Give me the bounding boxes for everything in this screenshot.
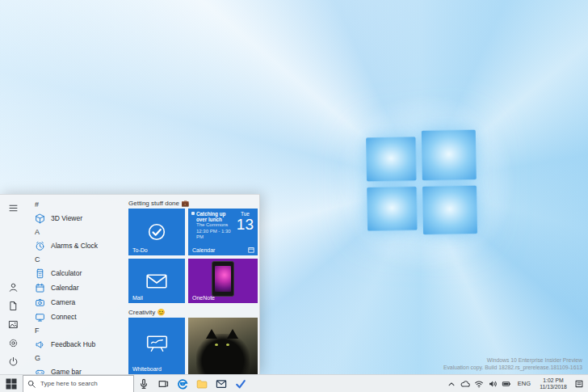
- tile-area: Getting stuff done 💼 To-Do Catching up o…: [124, 195, 259, 374]
- calendar-date: Tue 13: [237, 211, 254, 232]
- calendar-icon: [35, 283, 45, 293]
- app-item-game-bar[interactable]: Game bar: [27, 365, 124, 374]
- clock[interactable]: 1:02 PM 11/13/2018: [535, 377, 572, 390]
- mail-tile[interactable]: Mail: [128, 259, 185, 303]
- windows-logo: [364, 129, 479, 237]
- app-list: # 3D Viewer A Alarms & Clock C Calculato…: [27, 195, 124, 374]
- search-icon: [27, 380, 36, 388]
- pictures-icon: [8, 319, 19, 330]
- taskbar: ENG 1:02 PM 11/13/2018: [0, 374, 588, 392]
- speaker-icon: [488, 379, 498, 389]
- app-item-calendar[interactable]: Calendar: [27, 280, 124, 295]
- app-item-alarms-clock[interactable]: Alarms & Clock: [27, 238, 124, 253]
- network-tray-button[interactable]: [472, 375, 486, 392]
- watermark-line1: Windows 10 Enterprise Insider Preview: [443, 356, 582, 364]
- action-center-icon: [574, 379, 584, 389]
- action-center-button[interactable]: [572, 375, 586, 392]
- task-view-icon: [158, 378, 169, 390]
- wifi-icon: [474, 379, 484, 389]
- calculator-icon: [35, 268, 45, 279]
- app-item-camera[interactable]: Camera: [27, 295, 124, 310]
- tile-group-creativity[interactable]: Creativity 😊: [128, 307, 258, 318]
- rail-bottom-group: [4, 278, 23, 371]
- chevron-up-icon: [447, 379, 456, 389]
- start-button[interactable]: [0, 375, 23, 392]
- cat-photo-tile[interactable]: [188, 318, 258, 374]
- watermark-line2: Evaluation copy. Build 18282.rs_prerelea…: [443, 364, 582, 371]
- start-rail: [0, 195, 27, 374]
- calendar-tile[interactable]: Catching up over lunch The Commons 12:30…: [188, 209, 258, 255]
- onenote-tile[interactable]: OneNote: [188, 259, 258, 303]
- app-item-connect[interactable]: Connect: [27, 310, 124, 324]
- task-view-button[interactable]: [153, 375, 173, 392]
- cortana-mic-button[interactable]: [134, 375, 153, 392]
- show-hidden-icons-button[interactable]: [445, 375, 459, 392]
- folder-icon: [196, 378, 208, 390]
- edge-button[interactable]: [173, 375, 192, 392]
- app-list-header-c[interactable]: C: [27, 253, 124, 266]
- app-list-header-hash[interactable]: #: [27, 198, 124, 211]
- camera-icon: [35, 297, 45, 308]
- search-input[interactable]: [39, 379, 129, 388]
- date-text: 11/13/2018: [535, 384, 572, 390]
- tile-row: Mail OneNote: [128, 259, 258, 303]
- system-tray: ENG 1:02 PM 11/13/2018: [445, 375, 588, 392]
- calendar-badge-icon: [248, 247, 254, 253]
- todo-check-icon: [147, 222, 166, 242]
- app-item-feedback-hub[interactable]: Feedback Hub: [27, 337, 124, 352]
- power-button[interactable]: [4, 352, 23, 371]
- app-list-header-g[interactable]: G: [27, 352, 124, 365]
- todo-app-button[interactable]: [231, 375, 250, 392]
- file-explorer-button[interactable]: [192, 375, 212, 392]
- alarm-clock-icon: [35, 241, 45, 251]
- insider-watermark: Windows 10 Enterprise Insider Preview Ev…: [443, 356, 582, 371]
- documents-button[interactable]: [4, 297, 23, 315]
- mail-icon: [216, 378, 227, 390]
- tile-row: Whiteboard: [128, 318, 258, 374]
- todo-check-icon: [235, 378, 246, 390]
- hamburger-icon: [8, 203, 19, 213]
- windows-start-icon: [6, 378, 17, 390]
- start-menu: # 3D Viewer A Alarms & Clock C Calculato…: [0, 194, 260, 374]
- mail-envelope-icon: [146, 274, 167, 289]
- calendar-live-event: Catching up over lunch The Commons 12:30…: [191, 211, 235, 241]
- event-color-icon: [191, 212, 195, 215]
- time-text: 1:02 PM: [535, 377, 572, 384]
- cat-photo-detail: [196, 334, 249, 374]
- app-list-header-a[interactable]: A: [27, 226, 124, 238]
- feedback-hub-icon: [35, 339, 45, 350]
- whiteboard-icon: [146, 335, 168, 352]
- user-account-button[interactable]: [4, 278, 23, 297]
- pictures-button[interactable]: [4, 315, 23, 334]
- volume-tray-button[interactable]: [486, 375, 500, 392]
- whiteboard-tile[interactable]: Whiteboard: [128, 318, 185, 374]
- phone-screen: [215, 266, 231, 292]
- mail-app-button[interactable]: [212, 375, 231, 392]
- tile-group-getting-stuff-done[interactable]: Getting stuff done 💼: [128, 198, 258, 209]
- cat-photo-detail: [215, 344, 218, 346]
- document-icon: [8, 301, 19, 311]
- microphone-icon: [138, 378, 149, 390]
- battery-icon: [502, 379, 511, 389]
- 3d-viewer-icon: [35, 213, 45, 224]
- battery-tray-button[interactable]: [500, 375, 514, 392]
- edge-icon: [177, 378, 188, 390]
- onenote-live-image: [212, 261, 234, 297]
- app-list-header-f[interactable]: F: [27, 324, 124, 337]
- expand-menu-button[interactable]: [4, 199, 23, 217]
- desktop: Windows 10 Enterprise Insider Preview Ev…: [0, 0, 588, 392]
- settings-button[interactable]: [4, 334, 23, 352]
- app-item-3d-viewer[interactable]: 3D Viewer: [27, 211, 124, 226]
- connect-icon: [35, 312, 45, 322]
- app-item-calculator[interactable]: Calculator: [27, 266, 124, 280]
- cloud-icon: [460, 379, 470, 389]
- game-bar-icon: [35, 367, 45, 375]
- todo-tile[interactable]: To-Do: [128, 209, 185, 255]
- taskbar-search[interactable]: [23, 375, 134, 392]
- onedrive-tray-button[interactable]: [459, 375, 472, 392]
- power-icon: [8, 356, 19, 367]
- gear-icon: [8, 338, 19, 348]
- tile-row: To-Do Catching up over lunch The Commons…: [128, 209, 258, 255]
- user-icon: [8, 282, 19, 293]
- language-indicator[interactable]: ENG: [514, 380, 535, 387]
